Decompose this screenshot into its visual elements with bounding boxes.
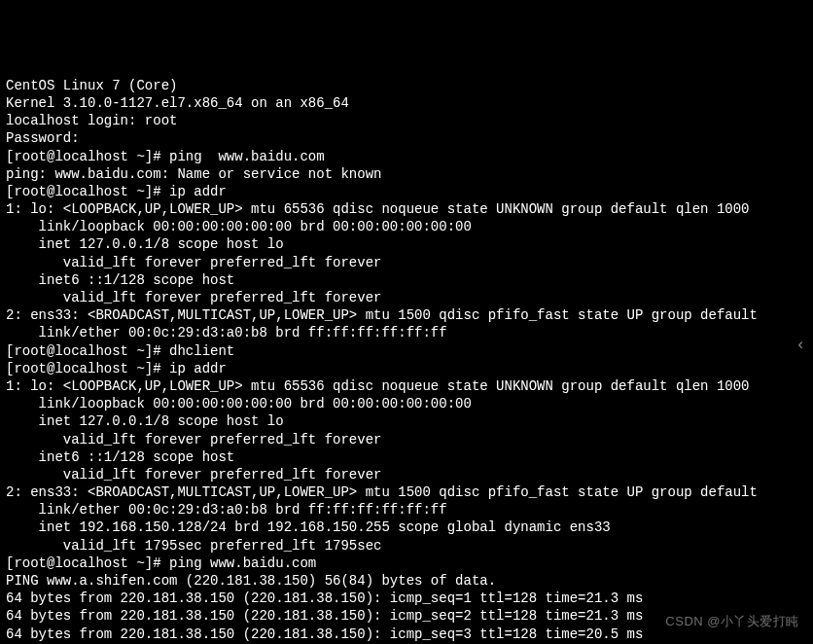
terminal-line: link/loopback 00:00:00:00:00:00 brd 00:0… [6,218,807,235]
terminal-line: 1: lo: <LOOPBACK,UP,LOWER_UP> mtu 65536 … [6,377,807,395]
terminal-line: [root@localhost ~]# ping www.baidu.com [6,555,807,572]
terminal-line: inet 127.0.0.1/8 scope host lo [6,235,807,253]
terminal-line: inet6 ::1/128 scope host [6,448,807,466]
terminal-line: valid_lft forever preferred_lft forever [6,431,807,448]
watermark-text: CSDN @小丫头爱打盹 [665,614,799,630]
terminal-line: valid_lft 1795sec preferred_lft 1795sec [6,537,807,555]
terminal-line: 1: lo: <LOOPBACK,UP,LOWER_UP> mtu 65536 … [6,200,807,218]
terminal-line: Kernel 3.10.0-1127.el7.x86_64 on an x86_… [6,94,807,112]
terminal-line: localhost login: root [6,112,807,129]
terminal-output[interactable]: CentOS Linux 7 (Core)Kernel 3.10.0-1127.… [6,77,807,644]
terminal-line: 2: ens33: <BROADCAST,MULTICAST,UP,LOWER_… [6,483,807,501]
terminal-line: PING www.a.shifen.com (220.181.38.150) 5… [6,572,807,590]
terminal-line: 2: ens33: <BROADCAST,MULTICAST,UP,LOWER_… [6,306,807,324]
terminal-line: [root@localhost ~]# ping www.baidu.com [6,148,807,165]
terminal-line: 64 bytes from 220.181.38.150 (220.181.38… [6,590,807,607]
terminal-line: inet6 ::1/128 scope host [6,271,807,289]
terminal-line: [root@localhost ~]# ip addr [6,183,807,200]
terminal-line: valid_lft forever preferred_lft forever [6,289,807,306]
terminal-line: link/loopback 00:00:00:00:00:00 brd 00:0… [6,395,807,412]
terminal-line: link/ether 00:0c:29:d3:a0:b8 brd ff:ff:f… [6,501,807,519]
terminal-line: inet 127.0.0.1/8 scope host lo [6,412,807,430]
terminal-line: CentOS Linux 7 (Core) [6,77,807,94]
terminal-line: [root@localhost ~]# ip addr [6,360,807,377]
terminal-line: link/ether 00:0c:29:d3:a0:b8 brd ff:ff:f… [6,324,807,341]
terminal-line: valid_lft forever preferred_lft forever [6,466,807,483]
terminal-line: Password: [6,129,807,147]
back-icon: ‹ [795,336,805,356]
terminal-line: inet 192.168.150.128/24 brd 192.168.150.… [6,519,807,536]
terminal-line: ping: www.baidu.com: Name or service not… [6,165,807,183]
terminal-line: valid_lft forever preferred_lft forever [6,254,807,271]
terminal-line: [root@localhost ~]# dhclient [6,342,807,360]
